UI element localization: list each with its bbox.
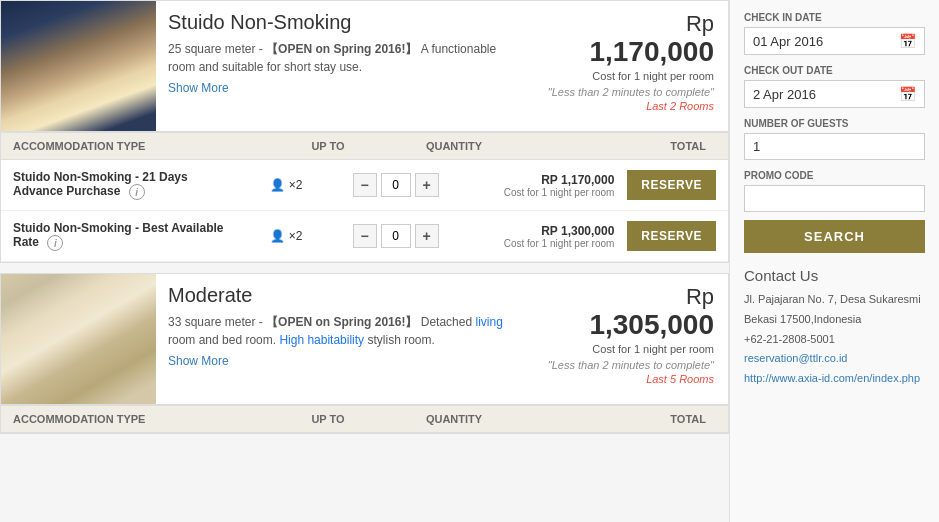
accom-total-studio-1: RP 1,170,000 Cost for 1 night per room bbox=[450, 173, 619, 198]
accom-qty-studio-1: − + bbox=[341, 173, 450, 197]
qty-plus-studio-2[interactable]: + bbox=[415, 224, 439, 248]
guests-label: NUMBER OF GUESTS bbox=[744, 118, 925, 129]
check-in-calendar-icon[interactable]: 📅 bbox=[899, 33, 916, 49]
accom-row-studio-2: Stuido Non-Smoking - Best Available Rate… bbox=[1, 211, 728, 262]
accom-total-studio-2: RP 1,300,000 Cost for 1 night per room bbox=[450, 224, 619, 249]
page-wrapper: Stuido Non-Smoking 25 square meter - 【OP… bbox=[0, 0, 939, 522]
sidebar: CHECK IN DATE 📅 CHECK OUT DATE 📅 NUMBER … bbox=[729, 0, 939, 522]
price-time-moderate: "Less than 2 minutes to complete" bbox=[548, 359, 714, 371]
col-header-total-studio: TOTAL bbox=[517, 140, 716, 152]
accom-type-studio-1: Stuido Non-Smoking - 21 Days Advance Pur… bbox=[13, 170, 232, 200]
contact-website[interactable]: http://www.axia-id.com/en/index.php bbox=[744, 372, 920, 384]
check-out-input[interactable] bbox=[753, 87, 899, 102]
accom-reserve-studio-1: RESERVE bbox=[627, 170, 716, 200]
price-rooms-studio: Last 2 Rooms bbox=[548, 100, 714, 112]
room-image-moderate bbox=[1, 274, 156, 404]
room-price-box-studio: Rp 1,170,000 Cost for 1 night per room "… bbox=[534, 1, 728, 122]
info-icon-studio-1[interactable]: i bbox=[129, 184, 145, 200]
col-header-type-moderate: ACCOMMODATION TYPE bbox=[13, 413, 265, 425]
guests-input[interactable] bbox=[744, 133, 925, 160]
accom-table-moderate: ACCOMMODATION TYPE UP TO QUANTITY TOTAL bbox=[1, 404, 728, 433]
accom-row-studio-1: Stuido Non-Smoking - 21 Days Advance Pur… bbox=[1, 160, 728, 211]
info-icon-studio-2[interactable]: i bbox=[47, 235, 63, 251]
price-rp-label-moderate: Rp bbox=[548, 284, 714, 310]
check-in-label: CHECK IN DATE bbox=[744, 12, 925, 23]
room-info-moderate: Moderate 33 square meter - 【OPEN on Spri… bbox=[156, 274, 534, 378]
promo-label: PROMO CODE bbox=[744, 170, 925, 181]
upto-label-studio-2: ×2 bbox=[289, 229, 303, 243]
upto-label-studio-1: ×2 bbox=[289, 178, 303, 192]
main-content: Stuido Non-Smoking 25 square meter - 【OP… bbox=[0, 0, 729, 522]
search-button[interactable]: SEARCH bbox=[744, 220, 925, 253]
accom-type-label-studio-1: Stuido Non-Smoking - 21 Days Advance Pur… bbox=[13, 170, 188, 198]
col-header-total-moderate: TOTAL bbox=[517, 413, 716, 425]
accom-upto-studio-1: 👤 ×2 bbox=[232, 178, 341, 192]
price-value-studio-2: RP 1,300,000 bbox=[450, 224, 614, 238]
price-note-moderate: Cost for 1 night per room bbox=[548, 343, 714, 355]
col-header-qty-moderate: QUANTITY bbox=[391, 413, 517, 425]
price-note-studio: Cost for 1 night per room bbox=[548, 70, 714, 82]
room-desc-studio: 25 square meter - 【OPEN on Spring 2016!】… bbox=[168, 40, 522, 76]
price-sub-studio-1: Cost for 1 night per room bbox=[450, 187, 614, 198]
promo-input[interactable] bbox=[744, 185, 925, 212]
desc-prefix-moderate: 33 square meter - bbox=[168, 315, 263, 329]
accom-type-label-studio-2: Stuido Non-Smoking - Best Available Rate bbox=[13, 221, 223, 249]
room-title-moderate: Moderate bbox=[168, 284, 522, 307]
room-header-moderate: Moderate 33 square meter - 【OPEN on Spri… bbox=[1, 274, 728, 404]
price-rooms-moderate: Last 5 Rooms bbox=[548, 373, 714, 385]
qty-plus-studio-1[interactable]: + bbox=[415, 173, 439, 197]
check-in-wrapper: 📅 bbox=[744, 27, 925, 55]
check-out-wrapper: 📅 bbox=[744, 80, 925, 108]
price-rp-label-studio: Rp bbox=[548, 11, 714, 37]
accom-upto-studio-2: 👤 ×2 bbox=[232, 229, 341, 243]
contact-email[interactable]: reservation@ttlr.co.id bbox=[744, 352, 848, 364]
room-card-moderate: Moderate 33 square meter - 【OPEN on Spri… bbox=[0, 273, 729, 434]
room-image-studio bbox=[1, 1, 156, 131]
reserve-btn-studio-2[interactable]: RESERVE bbox=[627, 221, 716, 251]
qty-minus-studio-2[interactable]: − bbox=[353, 224, 377, 248]
reserve-btn-studio-1[interactable]: RESERVE bbox=[627, 170, 716, 200]
price-amount-studio: 1,170,000 bbox=[548, 37, 714, 68]
show-more-moderate[interactable]: Show More bbox=[168, 354, 229, 368]
contact-phone: +62-21-2808-5001 bbox=[744, 330, 925, 350]
price-value-studio-1: RP 1,170,000 bbox=[450, 173, 614, 187]
accom-header-studio: ACCOMMODATION TYPE UP TO QUANTITY TOTAL bbox=[1, 132, 728, 160]
qty-input-studio-1[interactable] bbox=[381, 173, 411, 197]
desc-prefix-studio: 25 square meter - bbox=[168, 42, 263, 56]
accom-header-moderate: ACCOMMODATION TYPE UP TO QUANTITY TOTAL bbox=[1, 405, 728, 433]
desc-open-studio: 【OPEN on Spring 2016!】 bbox=[266, 42, 417, 56]
contact-info: Jl. Pajajaran No. 7, Desa Sukaresmi Beka… bbox=[744, 290, 925, 389]
check-out-calendar-icon[interactable]: 📅 bbox=[899, 86, 916, 102]
check-in-input[interactable] bbox=[753, 34, 899, 49]
col-header-qty-studio: QUANTITY bbox=[391, 140, 517, 152]
contact-address: Jl. Pajajaran No. 7, Desa Sukaresmi Beka… bbox=[744, 290, 925, 330]
col-header-type-studio: ACCOMMODATION TYPE bbox=[13, 140, 265, 152]
accom-type-studio-2: Stuido Non-Smoking - Best Available Rate… bbox=[13, 221, 232, 251]
room-desc-moderate: 33 square meter - 【OPEN on Spring 2016!】… bbox=[168, 313, 522, 349]
col-header-upto-moderate: UP TO bbox=[265, 413, 391, 425]
price-time-studio: "Less than 2 minutes to complete" bbox=[548, 86, 714, 98]
contact-us-title: Contact Us bbox=[744, 267, 925, 284]
accom-reserve-studio-2: RESERVE bbox=[627, 221, 716, 251]
room-card-studio: Stuido Non-Smoking 25 square meter - 【OP… bbox=[0, 0, 729, 263]
room-header-studio: Stuido Non-Smoking 25 square meter - 【OP… bbox=[1, 1, 728, 131]
accom-table-studio: ACCOMMODATION TYPE UP TO QUANTITY TOTAL … bbox=[1, 131, 728, 262]
check-out-label: CHECK OUT DATE bbox=[744, 65, 925, 76]
room-image-bg-moderate bbox=[1, 274, 156, 404]
room-title-studio: Stuido Non-Smoking bbox=[168, 11, 522, 34]
room-image-bg-studio bbox=[1, 1, 156, 131]
show-more-studio[interactable]: Show More bbox=[168, 81, 229, 95]
desc-open-moderate: 【OPEN on Spring 2016!】 bbox=[266, 315, 417, 329]
qty-minus-studio-1[interactable]: − bbox=[353, 173, 377, 197]
price-amount-moderate: 1,305,000 bbox=[548, 310, 714, 341]
qty-input-studio-2[interactable] bbox=[381, 224, 411, 248]
price-sub-studio-2: Cost for 1 night per room bbox=[450, 238, 614, 249]
person-icon-studio-2: 👤 bbox=[270, 229, 285, 243]
room-info-studio: Stuido Non-Smoking 25 square meter - 【OP… bbox=[156, 1, 534, 105]
person-icon-studio-1: 👤 bbox=[270, 178, 285, 192]
accom-qty-studio-2: − + bbox=[341, 224, 450, 248]
col-header-upto-studio: UP TO bbox=[265, 140, 391, 152]
room-price-box-moderate: Rp 1,305,000 Cost for 1 night per room "… bbox=[534, 274, 728, 395]
